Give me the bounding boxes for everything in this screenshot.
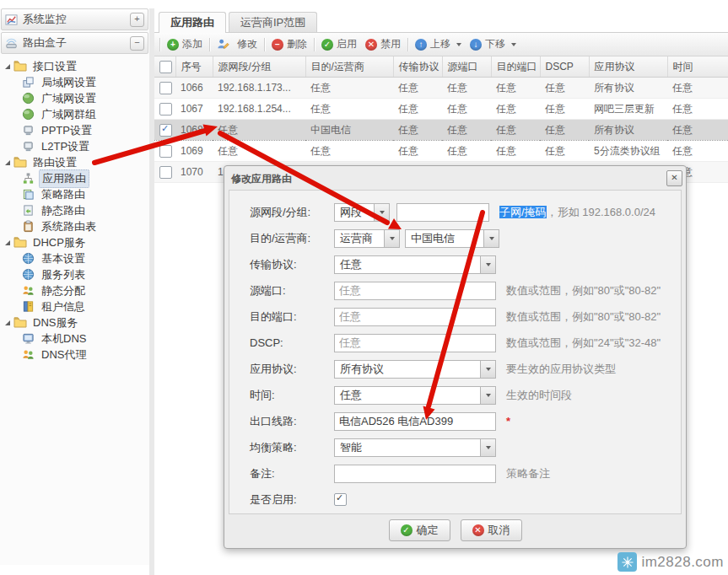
tree-item[interactable]: 静态路由 (0, 202, 149, 218)
table-row[interactable]: 1068任意中国电信任意任意任意任意所有协议任意 (154, 120, 728, 141)
tree-item-label: 策略路由 (39, 186, 88, 202)
field-dest: 目的/运营商: 运营商 中国电信 (250, 225, 681, 251)
column-header[interactable]: 传输协议 (393, 56, 442, 78)
dest-type-select[interactable]: 运营商 (334, 229, 400, 248)
row-checkbox-cell (154, 78, 175, 99)
table-row[interactable]: 1066192.168.1.173...任意任意任意任意任意所有协议任意 (154, 78, 728, 99)
column-header[interactable]: DSCP (540, 56, 589, 78)
transport-select[interactable]: 任意 (334, 255, 496, 274)
tree-item[interactable]: 策略路由 (0, 186, 149, 202)
toolbar-button-label: 添加 (182, 37, 202, 51)
chevron-down-icon[interactable] (384, 230, 399, 247)
row-checkbox[interactable] (159, 82, 172, 94)
dscp-input[interactable] (334, 334, 496, 352)
field-transport: 传输协议: 任意 (250, 251, 681, 277)
column-header[interactable]: 时间 (667, 56, 728, 78)
column-header[interactable]: 目的端口 (491, 56, 540, 78)
src-port-input[interactable] (334, 282, 496, 300)
panel-title: 路由盒子 (23, 35, 130, 51)
row-checkbox[interactable] (159, 103, 172, 116)
expander-icon[interactable] (5, 240, 10, 245)
chevron-down-icon[interactable] (456, 43, 461, 46)
panel-header-system-monitor[interactable]: 系统监控 + (1, 8, 148, 30)
collapse-panel-button[interactable]: − (130, 36, 144, 51)
pc-icon (22, 140, 35, 153)
tree-item[interactable]: 应用路由 (0, 170, 149, 186)
column-header[interactable]: 序号 (175, 56, 213, 78)
chevron-down-icon[interactable] (480, 439, 495, 456)
tree-item[interactable]: DHCP服务 (0, 234, 149, 250)
tree-item[interactable]: 广域网群组 (0, 106, 149, 122)
tree-item[interactable]: 基本设置 (0, 250, 149, 266)
expander-icon[interactable] (5, 160, 10, 165)
tree-item[interactable]: 系统路由表 (0, 218, 149, 234)
panel-title: 系统监控 (23, 12, 130, 27)
panel-header-router-box[interactable]: 路由盒子 − (1, 32, 148, 54)
tree-item-label: 静态分配 (39, 282, 88, 298)
tree-item[interactable]: 静态分配 (0, 282, 149, 298)
tree-item[interactable]: PPTP设置 (0, 122, 149, 138)
row-checkbox[interactable] (159, 124, 172, 137)
policy-icon (22, 188, 35, 201)
move-up-button[interactable]: ↑上移 (411, 35, 466, 53)
table-cell: 任意 (213, 120, 305, 141)
disable-button[interactable]: ✕禁用 (361, 35, 405, 53)
tree-item[interactable]: 服务列表 (0, 266, 149, 282)
cancel-button[interactable]: ✕ 取消 (461, 519, 522, 541)
isp-select[interactable]: 中国电信 (405, 229, 499, 248)
column-header[interactable]: 目的/运营商 (305, 56, 393, 78)
note-input[interactable] (334, 465, 496, 483)
tree-item[interactable]: 广域网设置 (0, 90, 149, 106)
tree-item[interactable]: 接口设置 (0, 58, 149, 74)
column-header[interactable]: 应用协议 (589, 56, 667, 78)
table-row[interactable]: 1069任意任意任意任意任意任意5分流类协议组任意 (154, 141, 728, 162)
tree-item[interactable]: 本机DNS (0, 330, 149, 347)
move-down-button[interactable]: ↓下移 (466, 35, 520, 53)
chevron-down-icon[interactable] (511, 43, 516, 46)
column-header[interactable]: 源端口 (442, 56, 491, 78)
chevron-down-icon[interactable] (483, 230, 499, 247)
balance-select[interactable]: 智能 (334, 438, 496, 457)
tab-app-route[interactable]: 应用路由 (159, 12, 226, 33)
source-input[interactable] (396, 203, 489, 222)
column-header[interactable]: 源网段/分组 (213, 56, 305, 78)
chevron-down-icon[interactable] (480, 361, 495, 378)
check-icon: ✓ (401, 524, 413, 536)
time-select[interactable]: 任意 (334, 386, 496, 405)
tab-isp-ip-range[interactable]: 运营商IP范围 (229, 12, 317, 32)
chevron-down-icon[interactable] (374, 204, 389, 221)
out-line-input[interactable] (334, 412, 496, 431)
chevron-down-icon[interactable] (480, 387, 495, 404)
tree-item[interactable]: DNS服务 (0, 314, 149, 330)
tree-item[interactable]: 租户信息 (0, 298, 149, 314)
delete-button[interactable]: −删除 (267, 35, 311, 53)
ok-button[interactable]: ✓ 确定 (389, 519, 450, 541)
close-icon[interactable]: ✕ (666, 170, 682, 186)
tree-item-label: L2TP设置 (39, 138, 92, 154)
tree-item[interactable]: 路由设置 (0, 154, 149, 170)
row-checkbox[interactable] (159, 166, 172, 179)
field-hint: 要生效的应用协议类型 (506, 362, 616, 377)
source-type-select[interactable]: 网段 (334, 203, 390, 222)
expander-icon[interactable] (5, 64, 10, 69)
tree-item[interactable]: 局域网设置 (0, 74, 149, 90)
edit-button[interactable]: 修改 (213, 35, 262, 53)
enable-button[interactable]: ✓启用 (317, 35, 361, 53)
tree-item-label: 系统路由表 (39, 218, 99, 234)
add-button[interactable]: +添加 (163, 35, 207, 53)
table-cell: 1069 (175, 141, 213, 162)
row-checkbox[interactable] (159, 145, 172, 158)
ok-button-label: 确定 (417, 523, 439, 538)
table-row[interactable]: 1067192.168.1.254...任意任意任意任意任意网吧三层更新任意 (154, 99, 728, 120)
expander-icon[interactable] (5, 320, 10, 325)
tree-item[interactable]: L2TP设置 (0, 138, 149, 154)
chevron-down-icon[interactable] (480, 256, 495, 273)
expand-panel-button[interactable]: + (130, 13, 144, 27)
row-checkbox-cell (154, 99, 175, 120)
tree-item[interactable]: DNS代理 (0, 347, 149, 363)
app-proto-select[interactable]: 所有协议 (334, 360, 496, 379)
dst-port-input[interactable] (334, 308, 496, 326)
field-label: DSCP: (250, 336, 334, 349)
enabled-checkbox[interactable] (334, 493, 347, 506)
select-all-checkbox[interactable] (159, 61, 172, 73)
